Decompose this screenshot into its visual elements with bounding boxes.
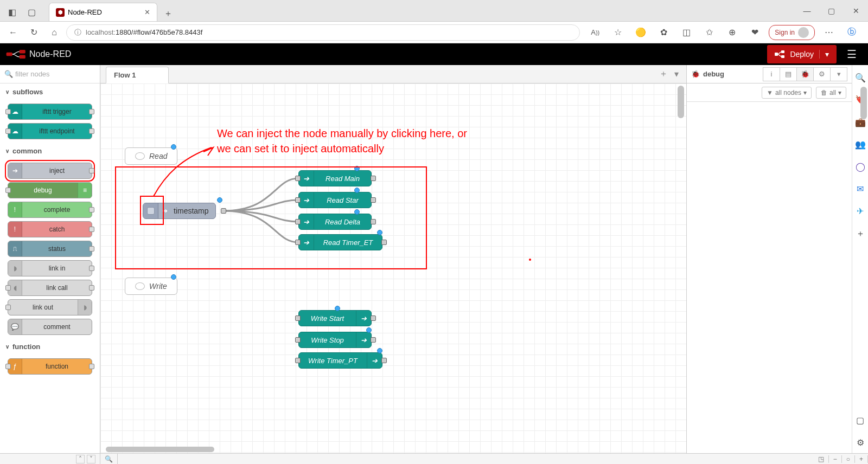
signin-button[interactable]: Sign in [769,25,815,40]
new-tab-button[interactable]: ＋ [161,6,176,21]
read-aloud-icon[interactable]: A)) [586,24,604,41]
hamburger-menu[interactable]: ☰ [841,45,863,63]
input-port[interactable] [295,240,301,245]
clear-all[interactable]: 🗑all▾ [816,87,846,99]
flow-menu-icon[interactable]: ▾ [674,69,679,79]
output-port[interactable] [221,208,226,214]
filter-nodes-input[interactable]: 🔍 filter nodes [0,65,100,83]
sidebar-menu-icon[interactable]: ▾ [830,67,847,81]
category-function[interactable]: ∨function [0,338,100,355]
tabs-icon[interactable]: ▢ [24,4,39,20]
palette-catch[interactable]: !catch [8,221,92,237]
zoom-reset[interactable]: ○ [842,455,855,463]
people-icon[interactable]: 👥 [855,139,866,150]
node-write-start[interactable]: Write Start➔ [298,310,372,326]
comment-read[interactable]: Read [125,147,177,165]
more-menu-icon[interactable]: ⋯ [820,24,838,41]
sidebar-tab-debug[interactable]: 🐞 debug [691,70,724,78]
browser-tab[interactable]: ⬢ Node-RED ✕ [49,3,157,21]
info-icon[interactable]: i [763,67,780,81]
output-port[interactable] [371,197,376,203]
copilot-icon[interactable]: ◯ [856,162,865,172]
window-minimize[interactable]: — [795,0,819,22]
palette-expand-icon[interactable]: ˅ [87,455,95,463]
settings-edge-icon[interactable]: ⚙ [857,437,864,448]
url-input[interactable]: ⓘ localhost:1880/#flow/476b5e78.8443f [66,24,580,41]
send-icon[interactable]: ✈ [857,206,864,216]
input-port[interactable] [295,176,301,181]
palette-link-call[interactable]: ◖link call [8,280,92,296]
deploy-dropdown[interactable]: ▾ [819,50,829,59]
node-read-star[interactable]: ➔Read Star [298,192,372,208]
output-port[interactable] [371,219,376,224]
palette-complete[interactable]: !complete [8,202,92,218]
zoom-out[interactable]: − [829,455,842,463]
palette-ifttt-endpoint[interactable]: ☁ifttt endpoint [8,123,92,139]
palette-scrollbar[interactable] [860,87,867,119]
favorites-bar-icon[interactable]: ✩ [700,24,718,41]
palette-ifttt-trigger[interactable]: ☁ifttt trigger [8,104,92,120]
input-port[interactable] [295,219,301,224]
window-close[interactable]: ✕ [844,0,868,22]
palette-link-out[interactable]: link out◗ [8,299,92,315]
panel-icon[interactable]: ▢ [856,415,864,426]
output-port[interactable] [381,240,387,245]
category-common[interactable]: ∨common [0,143,100,159]
inject-button[interactable] [143,203,158,218]
idm-icon[interactable]: 🟡 [632,24,649,41]
zoom-in[interactable]: + [855,455,868,463]
node-read-timer-et[interactable]: ➔Read Timer_ET [298,234,382,250]
site-info-icon[interactable]: ⓘ [74,28,81,37]
output-port[interactable] [371,176,376,181]
flow-tab[interactable]: Flow 1 [106,67,169,83]
home-button[interactable]: ⌂ [46,24,63,41]
node-read-main[interactable]: ➔Read Main [298,170,372,186]
input-port[interactable] [295,315,301,321]
comment-write[interactable]: Write [125,278,177,295]
node-read-delta[interactable]: ➔Read Delta [298,214,372,230]
palette-debug[interactable]: debug≡ [8,182,92,198]
input-port[interactable] [295,358,301,363]
extension-icon[interactable]: ✿ [655,24,672,41]
palette-collapse-icon[interactable]: ˄ [76,455,85,463]
palette-status[interactable]: ⎍status [8,241,92,257]
output-port[interactable] [371,315,376,321]
workspaces-icon[interactable]: ◧ [4,4,20,20]
back-button[interactable]: ← [4,24,22,41]
canvas-h-scrollbar[interactable] [106,447,214,452]
output-port[interactable] [381,358,387,363]
refresh-button[interactable]: ↻ [25,24,42,41]
plus-edge-icon[interactable]: ＋ [856,228,865,240]
favorite-icon[interactable]: ☆ [609,24,627,41]
collections-icon[interactable]: ⊕ [723,24,741,41]
book-icon[interactable]: ▤ [780,67,797,81]
navigator-icon[interactable]: ◳ [814,455,829,463]
input-port[interactable] [295,197,301,203]
search-footer-icon[interactable]: 🔍 [105,455,113,463]
debug-tab-icon[interactable]: 🐞 [796,67,814,81]
outlook-icon[interactable]: ✉ [857,184,864,194]
bing-icon[interactable]: ⓑ [843,24,860,41]
canvas-v-scrollbar[interactable] [678,86,684,118]
close-tab-icon[interactable]: ✕ [144,8,150,16]
performance-icon[interactable]: ❤ [746,24,763,41]
config-icon[interactable]: ⚙ [813,67,831,81]
flow-canvas[interactable]: Read ➔ timestamp ➔Read Main ➔Read Star [100,83,686,453]
deploy-button[interactable]: Deploy ▾ [767,45,837,63]
inject-timestamp-node[interactable]: ➔ timestamp [143,203,216,219]
palette-link-in[interactable]: ◗link in [8,260,92,276]
palette-comment[interactable]: 💬comment [8,319,92,335]
add-flow-icon[interactable]: ＋ [659,68,668,80]
node-write-stop[interactable]: Write Stop➔ [298,332,372,348]
input-port[interactable] [295,337,301,343]
filter-all-nodes[interactable]: ▼all nodes▾ [762,87,812,99]
node-write-timer-pt[interactable]: Write Timer_PT➔ [298,352,382,369]
window-maximize[interactable]: ▢ [819,0,844,22]
output-port[interactable] [371,337,376,343]
palette-function[interactable]: ƒfunction [8,358,92,375]
palette-inject[interactable]: ➔inject [8,163,92,179]
search-icon: 🔍 [4,70,13,78]
category-subflows[interactable]: ∨subflows [0,83,100,100]
search-edge-icon[interactable]: 🔍 [855,73,866,83]
split-icon[interactable]: ◫ [678,24,695,41]
